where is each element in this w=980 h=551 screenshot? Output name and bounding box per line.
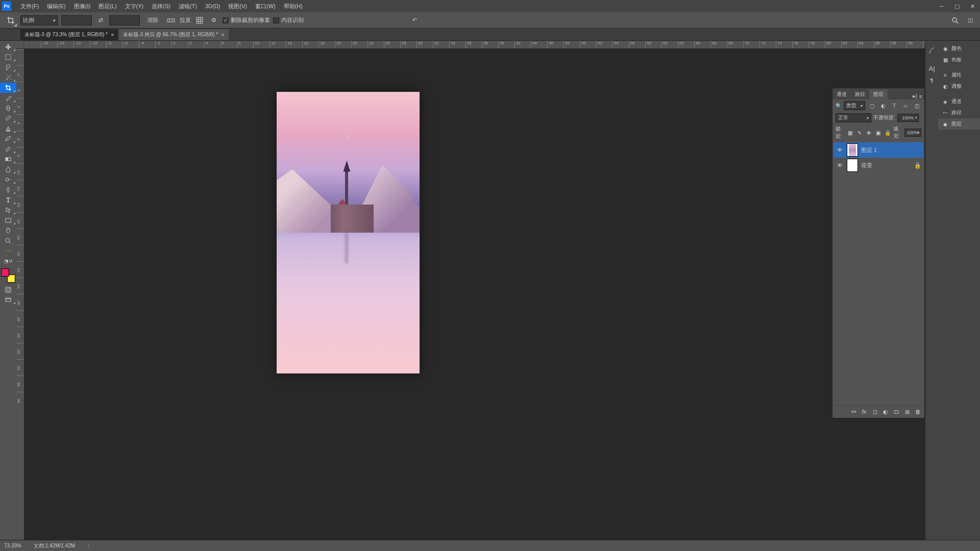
maximize-button[interactable]: ▢ [949,0,965,12]
layer-row[interactable]: 👁 背景 🔒 [834,158,923,173]
close-icon[interactable]: × [111,32,114,38]
opacity-value[interactable]: 100% [897,114,919,122]
edit-toolbar[interactable]: ⋯ [0,246,16,256]
doc-size[interactable]: 文档:1.42M/1.42M [34,542,75,549]
group-icon[interactable]: 🗀 [892,408,901,416]
blend-mode-select[interactable]: 正常 [836,113,871,122]
canvas-area[interactable]: -16-14-12-10-8-6-4-202468101214161820222… [16,41,925,540]
straighten-icon[interactable] [165,15,177,26]
healing-tool[interactable] [0,103,16,113]
doc-tab-2[interactable]: 未标题-3 拷贝 @ 66.7% (图层 1, RGB/8) *× [119,29,228,40]
lock-artboard-icon[interactable]: ▣ [874,128,881,137]
canvas-image[interactable] [277,92,420,373]
menu-edit[interactable]: 编辑(E) [43,0,70,12]
collapse-icon[interactable]: ▸| [913,93,917,99]
delete-pixels-check[interactable]: ✓删除裁剪的像素 [223,16,270,24]
eraser-tool[interactable] [0,144,16,154]
new-layer-icon[interactable]: ⊞ [902,408,912,416]
lasso-tool[interactable] [0,62,16,72]
tab-layers[interactable]: 图层 [869,89,888,99]
layer-filter-select[interactable]: 类型 [844,101,865,110]
menu-window[interactable]: 窗口(W) [251,0,280,12]
trash-icon[interactable]: 🗑 [913,408,922,416]
character-panel-icon[interactable]: A| [925,62,938,74]
swap-icon[interactable]: ⇄ [95,15,106,26]
width-input[interactable] [61,15,92,26]
screen-mode[interactable] [0,295,16,305]
menu-3d[interactable]: 3D(D) [201,0,224,12]
menu-help[interactable]: 帮助(H) [280,0,307,12]
wand-tool[interactable] [0,72,16,83]
swatches-panel-btn[interactable]: ▦色板 [938,54,980,65]
height-input[interactable] [109,15,140,26]
filter-shape-icon[interactable]: ▱ [901,101,910,110]
type-tool[interactable] [0,195,16,205]
clear-button[interactable]: 清除 [143,15,162,26]
foreground-color[interactable] [1,268,9,277]
visibility-icon[interactable]: 👁 [836,162,844,168]
menu-select[interactable]: 选择(S) [148,0,175,12]
zoom-level[interactable]: 73.33% [4,543,21,548]
tab-paths[interactable]: 路径 [851,89,869,99]
close-button[interactable]: ✕ [965,0,980,12]
lock-image-icon[interactable]: ✎ [856,128,863,137]
lock-transparent-icon[interactable]: ▩ [847,128,854,137]
layer-name[interactable]: 图层 1 [861,146,877,154]
menu-file[interactable]: 文件(F) [16,0,43,12]
rectangle-tool[interactable] [0,215,16,226]
ratio-select[interactable]: 比例 [20,15,58,26]
crop-tool[interactable] [0,83,16,93]
pen-tool[interactable] [0,185,16,195]
menu-image[interactable]: 图像(I) [70,0,94,12]
menu-filter[interactable]: 滤镜(T) [175,0,201,12]
history-brush-tool[interactable] [0,134,16,144]
layers-panel-btn[interactable]: ◆图层 [938,118,980,130]
paths-panel-btn[interactable]: ⬳路径 [938,107,980,118]
reset-icon[interactable]: ↶ [409,15,420,26]
ruler-corner[interactable] [16,41,24,49]
filter-type-icon[interactable]: T [890,101,899,110]
eyedropper-tool[interactable] [0,93,16,103]
crop-tool-icon[interactable] [4,14,17,27]
doc-tab-1[interactable]: 未标题-3 @ 73.3% (图层 1, RGB/8) *× [20,29,118,40]
layer-thumbnail[interactable] [847,143,858,157]
grid-icon[interactable] [194,15,205,26]
gradient-tool[interactable] [0,154,16,164]
lock-position-icon[interactable]: ✥ [865,128,872,137]
search-icon[interactable] [949,15,961,26]
fill-value[interactable]: 100% [904,129,921,137]
brush-panel-icon[interactable] [925,44,938,56]
menu-layer[interactable]: 图层(L) [94,0,120,12]
ruler-horizontal[interactable]: -16-14-12-10-8-6-4-202468101214161820222… [24,41,925,49]
fx-icon[interactable]: fx [860,408,869,416]
workspace-icon[interactable]: ◫ [965,15,976,26]
content-aware-check[interactable]: 内容识别 [273,16,304,24]
status-arrow-icon[interactable]: 〉 [87,542,92,549]
fg-bg-swap[interactable]: ⬔↺ [0,256,16,266]
adjustments-panel-btn[interactable]: ◐调整 [938,81,980,92]
tab-channels[interactable]: 通道 [832,89,851,99]
link-icon[interactable]: ⚯ [849,408,858,416]
minimize-button[interactable]: ─ [934,0,949,12]
quick-mask[interactable] [0,285,16,295]
filter-image-icon[interactable]: ▢ [867,101,876,110]
adjustment-icon[interactable]: ◐ [881,408,890,416]
paragraph-panel-icon[interactable]: ¶ [925,74,938,87]
path-select-tool[interactable] [0,205,16,215]
gear-icon[interactable]: ⚙ [208,15,219,26]
menu-view[interactable]: 视图(V) [224,0,251,12]
brush-tool[interactable] [0,113,16,123]
filter-smart-icon[interactable]: ◫ [912,101,921,110]
layer-row[interactable]: 👁 图层 1 [834,142,923,158]
menu-icon[interactable]: ≡ [919,93,922,99]
properties-panel-btn[interactable]: ≡属性 [938,69,980,81]
dodge-tool[interactable] [0,174,16,185]
channels-panel-btn[interactable]: ◈通道 [938,96,980,107]
ruler-vertical[interactable]: -202468101214161820222426283032343638 [16,49,24,540]
zoom-tool[interactable] [0,236,16,246]
color-swatch[interactable] [1,268,15,283]
visibility-icon[interactable]: 👁 [836,147,844,153]
blur-tool[interactable] [0,164,16,174]
layer-name[interactable]: 背景 [861,162,872,169]
color-panel-btn[interactable]: ◉颜色 [938,43,980,54]
